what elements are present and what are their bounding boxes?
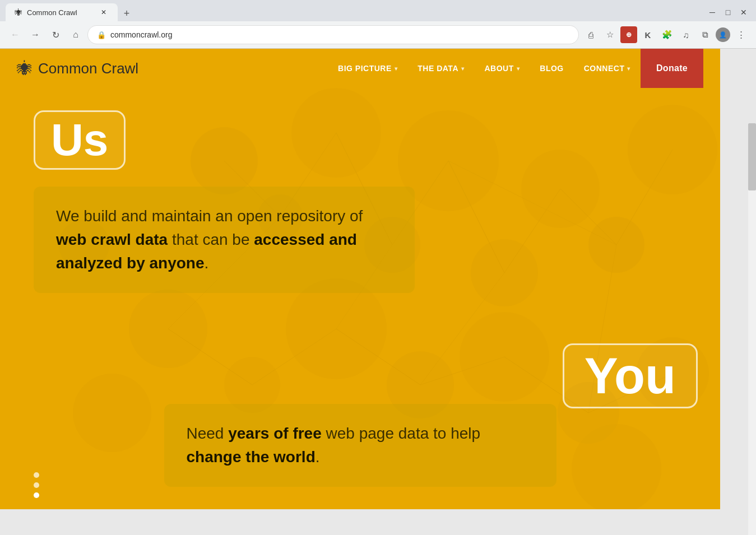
scrollbar[interactable] xyxy=(748,123,756,535)
window-controls: ─ □ ✕ xyxy=(706,6,750,19)
tab-favicon-icon: 🕷 xyxy=(15,8,22,17)
you-section: You xyxy=(563,343,698,408)
slide-dots-nav xyxy=(34,472,39,498)
scrollbar-thumb[interactable] xyxy=(748,123,756,190)
connect-dropdown-icon: ▾ xyxy=(627,66,630,72)
minimize-button[interactable]: ─ xyxy=(706,6,719,19)
browser-toolbar-right: ⎙ ☆ ⊕ K 🧩 ♫ ⧉ 👤 ⋮ xyxy=(582,26,749,43)
profile-avatar[interactable]: 👤 xyxy=(716,27,730,42)
extensions-puzzle-icon[interactable]: 🧩 xyxy=(658,26,675,43)
site-nav: 🕷 Common Crawl BIG PICTURE ▾ THE DATA ▾ … xyxy=(0,49,720,88)
us-description-box: We build and maintain an open repository… xyxy=(34,187,415,293)
the-data-dropdown-icon: ▾ xyxy=(461,66,465,72)
more-menu-button[interactable]: ⋮ xyxy=(732,26,749,43)
spider-icon: 🕷 xyxy=(17,59,33,78)
forward-button[interactable]: → xyxy=(27,26,44,43)
us-description-text: We build and maintain an open repository… xyxy=(56,204,392,275)
tab-close-button[interactable]: ✕ xyxy=(99,7,109,17)
url-display: commoncrawl.org xyxy=(110,30,569,39)
active-tab[interactable]: 🕷 Common Crawl ✕ xyxy=(6,3,118,21)
nav-connect[interactable]: CONNECT ▾ xyxy=(574,49,641,88)
dot-3-active[interactable] xyxy=(34,492,39,498)
site-logo[interactable]: 🕷 Common Crawl xyxy=(17,59,138,78)
bookmark-button[interactable]: ☆ xyxy=(601,26,618,43)
browser-viewport: 🕷 Common Crawl BIG PICTURE ▾ THE DATA ▾ … xyxy=(0,49,756,509)
ssl-lock-icon: 🔒 xyxy=(97,31,106,39)
title-bar: 🕷 Common Crawl ✕ + ─ □ ✕ xyxy=(0,0,756,21)
nav-bar: ← → ↻ ⌂ 🔒 commoncrawl.org ⎙ ☆ ⊕ K 🧩 ♫ ⧉ … xyxy=(0,21,756,48)
browser-chrome: 🕷 Common Crawl ✕ + ─ □ ✕ ← → ↻ ⌂ 🔒 commo… xyxy=(0,0,756,49)
site-nav-links: BIG PICTURE ▾ THE DATA ▾ ABOUT ▾ BLOG CO… xyxy=(328,49,703,88)
home-button[interactable]: ⌂ xyxy=(67,26,84,43)
extension-avast-icon[interactable]: ⊕ xyxy=(620,26,637,43)
us-box: Us xyxy=(34,110,126,170)
new-tab-button[interactable]: + xyxy=(119,6,134,21)
extension-k-icon[interactable]: K xyxy=(639,26,656,43)
tab-title: Common Crawl xyxy=(27,8,77,17)
logo-text: Common Crawl xyxy=(38,60,138,77)
donate-button[interactable]: Donate xyxy=(641,49,703,88)
you-box: You xyxy=(563,343,698,408)
nav-the-data[interactable]: THE DATA ▾ xyxy=(407,49,474,88)
svg-point-17 xyxy=(73,374,151,452)
you-description-box: Need years of free web page data to help… xyxy=(164,404,556,487)
nav-about[interactable]: ABOUT ▾ xyxy=(475,49,530,88)
you-description-text: Need years of free web page data to help… xyxy=(187,422,534,469)
tab-bar: 🕷 Common Crawl ✕ + xyxy=(6,3,703,21)
media-icon[interactable]: ♫ xyxy=(678,26,694,43)
reload-button[interactable]: ↻ xyxy=(47,26,64,43)
website-content: 🕷 Common Crawl BIG PICTURE ▾ THE DATA ▾ … xyxy=(0,49,720,509)
maximize-button[interactable]: □ xyxy=(721,6,735,19)
share-button[interactable]: ⎙ xyxy=(582,26,599,43)
dot-2[interactable] xyxy=(34,482,39,488)
about-dropdown-icon: ▾ xyxy=(517,66,520,72)
you-label: You xyxy=(585,351,676,401)
big-picture-dropdown-icon: ▾ xyxy=(395,66,398,72)
nav-blog[interactable]: BLOG xyxy=(530,49,573,88)
back-button[interactable]: ← xyxy=(7,26,24,43)
hero-section: Us We build and maintain an open reposit… xyxy=(0,88,720,315)
us-label: Us xyxy=(51,118,108,162)
close-window-button[interactable]: ✕ xyxy=(737,6,750,19)
nav-big-picture[interactable]: BIG PICTURE ▾ xyxy=(328,49,407,88)
split-view-icon[interactable]: ⧉ xyxy=(697,26,713,43)
dot-1[interactable] xyxy=(34,472,39,478)
address-bar[interactable]: 🔒 commoncrawl.org xyxy=(87,25,579,44)
